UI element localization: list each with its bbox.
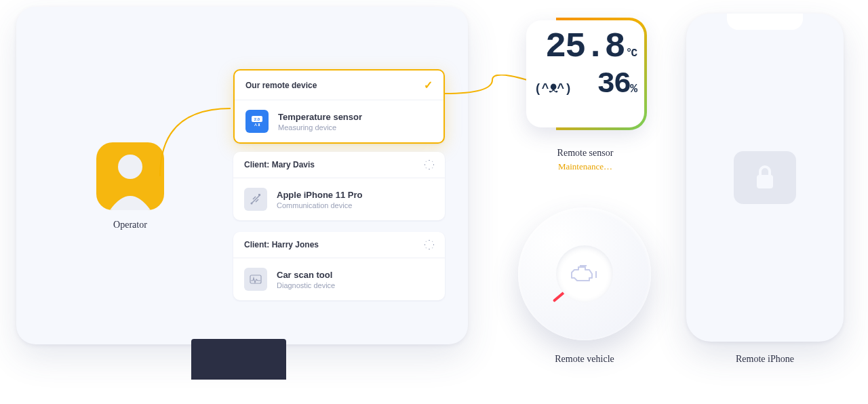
svg-rect-7 — [250, 275, 261, 283]
card-body: Apple iPhone 11 Pro Communication device — [233, 178, 445, 220]
lock-icon — [753, 164, 777, 191]
card-header-text: Our remote device — [245, 81, 317, 90]
avatar-icon — [96, 142, 164, 210]
loading-spinner-icon — [425, 240, 434, 249]
svg-rect-8 — [757, 175, 773, 188]
svg-rect-6 — [258, 194, 260, 196]
operator-avatar — [96, 142, 164, 210]
device-name: Temperature sensor — [278, 112, 362, 122]
phone-notch — [727, 14, 803, 30]
card-header-text: Client: Mary Davis — [244, 160, 315, 169]
card-body: Car scan tool Diagnostic device — [233, 258, 445, 300]
face-icon: (^ᴥ^) — [534, 82, 572, 96]
temperature-unit: °C — [626, 47, 636, 60]
remote-vehicle-label: Remote vehicle — [518, 354, 651, 365]
usb-icon — [244, 188, 267, 211]
engine-icon — [570, 263, 599, 285]
remote-iphone-frame — [686, 14, 844, 342]
svg-point-5 — [251, 203, 253, 205]
humidity-value: 36 — [597, 67, 630, 101]
operator-block: Operator — [92, 142, 168, 230]
remote-sensor-status: Maintenance… — [526, 161, 644, 172]
operator-tablet: Operator Our remote device ✓ 2.0A Temper… — [16, 7, 468, 344]
tablet-stand — [191, 339, 286, 380]
loading-spinner-icon — [425, 160, 434, 169]
card-header: Client: Harry Jones — [233, 232, 445, 258]
remote-sensor-label-block: Remote sensor Maintenance… — [526, 148, 644, 172]
operator-label: Operator — [92, 220, 168, 230]
lock-tile — [734, 151, 796, 204]
device-card-remote[interactable]: Our remote device ✓ 2.0A Temperature sen… — [233, 69, 445, 144]
dial-center — [556, 245, 613, 302]
temperature-value: 25.8 — [545, 30, 625, 65]
sensor-icon: 2.0A — [245, 110, 269, 133]
card-header-text: Client: Harry Jones — [244, 240, 319, 249]
card-header: Client: Mary Davis — [233, 152, 445, 178]
device-type: Diagnostic device — [277, 281, 335, 289]
device-type: Communication device — [277, 201, 362, 209]
device-card-client-mary[interactable]: Client: Mary Davis Apple iPhone 11 Pro C… — [233, 152, 445, 220]
ecg-icon — [244, 268, 267, 291]
svg-point-1 — [118, 155, 142, 179]
svg-text:2.0: 2.0 — [254, 117, 260, 121]
device-type: Measuring device — [278, 123, 362, 132]
device-name: Car scan tool — [277, 270, 335, 280]
svg-text:A: A — [254, 123, 257, 127]
device-name: Apple iPhone 11 Pro — [277, 190, 362, 200]
card-header: Our remote device ✓ — [235, 70, 443, 100]
remote-iphone-label: Remote iPhone — [686, 354, 844, 365]
check-icon: ✓ — [424, 79, 433, 92]
humidity-unit: % — [630, 82, 636, 96]
card-body: 2.0A Temperature sensor Measuring device — [235, 100, 443, 142]
remote-sensor-label: Remote sensor — [526, 148, 644, 159]
device-card-client-harry[interactable]: Client: Harry Jones Car scan tool Diagno… — [233, 232, 445, 300]
remote-vehicle-dial[interactable] — [518, 207, 651, 340]
remote-sensor-display: 25.8 °C (^ᴥ^) 36% — [526, 20, 644, 127]
